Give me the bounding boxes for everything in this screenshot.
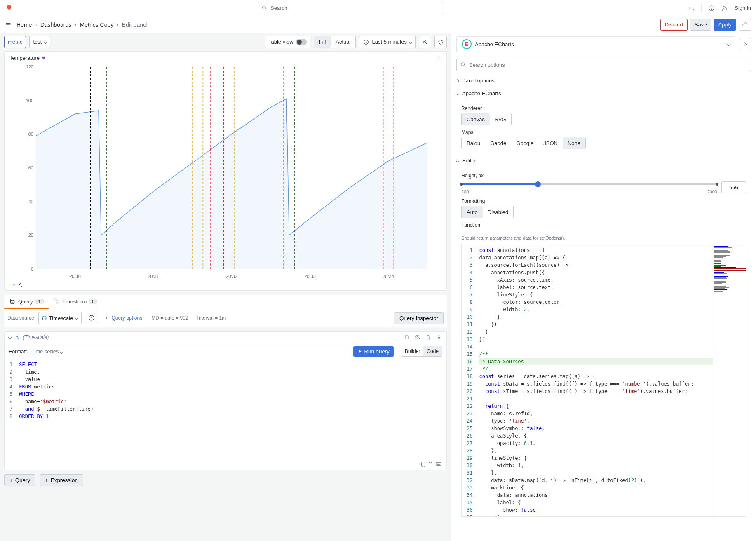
height-slider[interactable] bbox=[461, 180, 717, 188]
crumb-edit-panel: Edit panel bbox=[122, 21, 148, 28]
svg-point-42 bbox=[438, 339, 438, 339]
height-input[interactable] bbox=[721, 181, 746, 193]
builder-option[interactable]: Builder bbox=[401, 346, 423, 356]
svg-text:20:30: 20:30 bbox=[69, 274, 81, 279]
crumb-dashboard-name[interactable]: Metrics Copy bbox=[80, 21, 114, 28]
svg-point-43 bbox=[439, 339, 440, 339]
run-query-button[interactable]: Run query bbox=[353, 346, 394, 357]
duplicate-icon[interactable] bbox=[404, 334, 410, 341]
download-icon[interactable] bbox=[436, 56, 442, 62]
formatting-auto[interactable]: Auto bbox=[462, 206, 483, 218]
collapse-query-icon[interactable] bbox=[8, 336, 12, 339]
svg-text:20: 20 bbox=[28, 233, 33, 238]
global-search[interactable] bbox=[258, 2, 443, 14]
section-editor[interactable]: Editor bbox=[451, 154, 756, 167]
plugin-logo: E bbox=[462, 39, 472, 49]
svg-line-1 bbox=[265, 9, 267, 10]
news-icon[interactable] bbox=[721, 5, 728, 12]
apply-button[interactable]: Apply bbox=[714, 19, 736, 31]
maps-segment[interactable]: BaiduGaodeGoogleJSONNone bbox=[461, 137, 586, 149]
maps-label: Maps bbox=[461, 129, 746, 135]
renderer-canvas[interactable]: Canvas bbox=[462, 113, 490, 125]
formatting-segment[interactable]: Auto Disabled bbox=[461, 206, 514, 218]
variable-value-dropdown[interactable]: test bbox=[29, 36, 50, 48]
add-menu[interactable]: + bbox=[688, 5, 695, 11]
visualization-picker[interactable]: E Apache ECharts bbox=[456, 36, 735, 52]
menu-toggle-icon[interactable] bbox=[5, 21, 12, 28]
heart-icon: ♥ bbox=[42, 55, 45, 61]
panel-preview-column: metric test Table view Fill Actual Last … bbox=[0, 33, 451, 541]
editor-minimap[interactable] bbox=[713, 245, 746, 516]
svg-text:100: 100 bbox=[26, 98, 33, 103]
section-panel-options[interactable]: Panel options bbox=[451, 74, 756, 87]
time-range-picker[interactable]: Last 5 minutes bbox=[359, 36, 416, 48]
svg-point-37 bbox=[417, 336, 418, 338]
datasource-picker[interactable]: ⛁Timescale bbox=[38, 312, 82, 324]
options-search-input[interactable] bbox=[469, 62, 747, 68]
map-option-json[interactable]: JSON bbox=[538, 137, 563, 149]
trash-icon[interactable] bbox=[425, 334, 432, 341]
svg-point-3 bbox=[711, 9, 712, 9]
toggle-options-button[interactable] bbox=[739, 38, 751, 50]
fill-option[interactable]: Fill bbox=[314, 36, 331, 48]
chart-plot[interactable]: 02040608010012020:3020:3120:3220:3320:34 bbox=[9, 63, 441, 281]
map-option-gaode[interactable]: Gaode bbox=[485, 137, 511, 149]
signin-link[interactable]: Sign in bbox=[735, 5, 751, 11]
crumb-dashboards[interactable]: Dashboards bbox=[40, 21, 72, 28]
format-dropdown[interactable]: Time series bbox=[31, 348, 63, 355]
zoom-out-button[interactable] bbox=[419, 36, 431, 48]
query-refid[interactable]: A bbox=[15, 334, 19, 341]
search-input[interactable] bbox=[270, 5, 439, 11]
help-icon[interactable] bbox=[708, 5, 715, 12]
ds-settings-button[interactable] bbox=[86, 313, 97, 323]
query-options-link[interactable]: Query options bbox=[111, 315, 142, 321]
function-label: Function bbox=[461, 222, 746, 228]
renderer-segment[interactable]: Canvas SVG bbox=[461, 113, 512, 125]
chart-panel: Temperature ♥ 02040608010012020:3020:312… bbox=[4, 51, 447, 291]
discard-button[interactable]: Discard bbox=[660, 19, 688, 31]
section-apache-echarts[interactable]: Apache ECharts bbox=[451, 87, 756, 100]
chevron-right-icon bbox=[104, 316, 108, 320]
tab-query[interactable]: Query1 bbox=[4, 295, 49, 309]
refresh-button[interactable] bbox=[434, 36, 447, 48]
svg-text:120: 120 bbox=[26, 64, 33, 69]
drag-icon[interactable] bbox=[436, 334, 442, 341]
fill-actual-segment[interactable]: Fill Actual bbox=[314, 36, 356, 48]
search-icon bbox=[261, 5, 268, 12]
sql-editor[interactable]: 12345678 SELECT time, value FROM metrics… bbox=[4, 359, 447, 458]
breadcrumb-bar: Home › Dashboards › Metrics Copy › Edit … bbox=[0, 16, 756, 33]
map-option-baidu[interactable]: Baidu bbox=[462, 137, 485, 149]
options-search[interactable] bbox=[456, 59, 751, 71]
add-expression-button[interactable]: + Expression bbox=[40, 474, 83, 486]
save-button[interactable]: Save bbox=[690, 19, 711, 31]
svg-point-4 bbox=[723, 9, 723, 10]
eye-icon[interactable] bbox=[414, 334, 421, 341]
table-view-toggle[interactable]: Table view bbox=[265, 36, 310, 48]
keyboard-icon[interactable] bbox=[435, 461, 442, 467]
map-option-google[interactable]: Google bbox=[511, 137, 538, 149]
function-editor[interactable]: 1234567891011121314151617181920212223242… bbox=[461, 245, 746, 517]
add-query-button[interactable]: + Query bbox=[4, 474, 35, 486]
chart-legend[interactable]: ─○─ A bbox=[9, 281, 441, 289]
query-inspector-button[interactable]: Query inspector bbox=[394, 312, 444, 324]
crumb-home[interactable]: Home bbox=[16, 21, 32, 28]
editor-footer: { } bbox=[4, 458, 447, 470]
builder-code-segment[interactable]: Builder Code bbox=[401, 346, 442, 357]
collapse-options-button[interactable] bbox=[739, 19, 751, 31]
svg-text:20:34: 20:34 bbox=[383, 274, 394, 279]
formatting-disabled[interactable]: Disabled bbox=[483, 206, 514, 218]
braces-icon[interactable]: { } bbox=[421, 461, 426, 467]
map-option-none[interactable]: None bbox=[563, 137, 585, 149]
actual-option[interactable]: Actual bbox=[331, 36, 355, 48]
variable-metric[interactable]: metric bbox=[4, 36, 26, 48]
svg-line-47 bbox=[464, 66, 465, 67]
code-option[interactable]: Code bbox=[423, 346, 442, 356]
tab-transform[interactable]: Transform0 bbox=[49, 295, 103, 309]
grafana-logo bbox=[5, 4, 13, 12]
renderer-svg[interactable]: SVG bbox=[490, 113, 511, 125]
svg-point-0 bbox=[263, 6, 266, 9]
chevron-down-icon[interactable] bbox=[429, 460, 432, 463]
bottom-tabs: Query1 Transform0 bbox=[4, 295, 447, 309]
query-ds-name: (Timescale) bbox=[23, 334, 49, 340]
preview-toolbar: metric test Table view Fill Actual Last … bbox=[0, 33, 451, 51]
